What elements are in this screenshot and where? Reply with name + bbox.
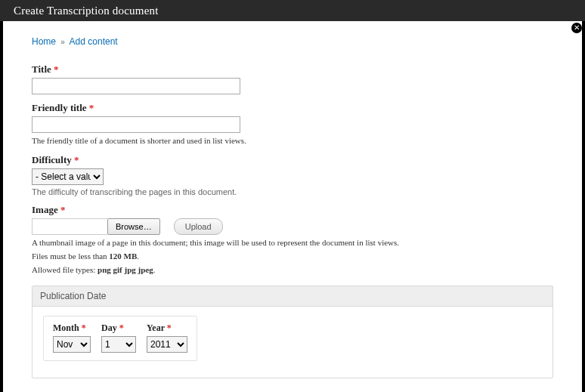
required-marker: *: [74, 154, 79, 165]
day-select[interactable]: 1: [101, 336, 136, 353]
date-picker-group: Month * Nov Day * 1 Year * 2011: [43, 316, 197, 361]
breadcrumb-separator: »: [60, 38, 65, 46]
difficulty-label: Difficulty *: [32, 154, 553, 166]
image-label: Image *: [32, 204, 553, 216]
image-help-3: Allowed file types: png gif jpg jpeg.: [32, 264, 553, 276]
day-label: Day *: [101, 323, 136, 334]
browse-button[interactable]: Browse…: [107, 218, 160, 235]
title-label: Title *: [32, 63, 553, 76]
window-title: Create Transcription document: [0, 0, 585, 21]
month-select[interactable]: Nov: [53, 336, 91, 353]
difficulty-select[interactable]: - Select a value -: [32, 168, 104, 185]
friendly-title-input[interactable]: [32, 116, 240, 133]
publication-date-fieldset: Publication Date Month * Nov Day * 1 Yea…: [32, 286, 553, 378]
required-marker: *: [54, 63, 59, 75]
required-marker: *: [89, 102, 94, 113]
month-label: Month *: [53, 323, 91, 334]
year-label: Year *: [147, 323, 187, 334]
breadcrumb-current-link[interactable]: Add content: [70, 36, 118, 47]
publication-date-legend: Publication Date: [32, 286, 552, 307]
title-input[interactable]: [32, 78, 240, 94]
upload-button[interactable]: Upload: [174, 218, 223, 235]
friendly-title-help: The friendly title of a document is shor…: [32, 135, 553, 147]
breadcrumb: Home » Add content: [32, 36, 553, 47]
friendly-title-label: Friendly title *: [32, 102, 553, 114]
difficulty-help: The difficulty of transcribing the pages…: [32, 187, 553, 196]
page-body: Home » Add content Title * Friendly titl…: [3, 21, 582, 392]
breadcrumb-home-link[interactable]: Home: [32, 36, 56, 47]
close-icon[interactable]: ✕: [571, 23, 582, 33]
image-filename-display: [32, 218, 107, 235]
image-help-2: Files must be less than 120 MB.: [32, 251, 553, 262]
image-help-1: A thumbnail image of a page in this docu…: [32, 237, 553, 248]
year-select[interactable]: 2011: [147, 336, 187, 353]
required-marker: *: [60, 204, 66, 215]
